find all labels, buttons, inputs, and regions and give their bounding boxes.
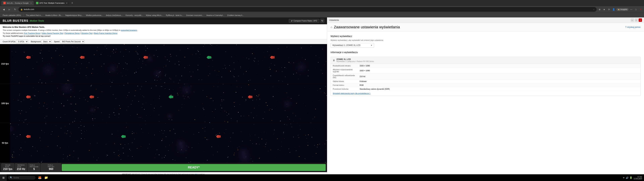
extra-test-0[interactable]: Eye Tracking Demo <box>24 32 40 34</box>
taskbar-search[interactable]: 🔍 <box>8 176 36 180</box>
extensions-button[interactable]: ⊕ <box>598 7 602 12</box>
taskbar-app-firefox[interactable]: 🦊 <box>37 175 43 181</box>
settings-home-icon[interactable]: ⌂ <box>330 26 332 29</box>
pixels-per-sec-chip: PixelsPer Sec 960 <box>41 164 61 172</box>
info-value-0: 1920 × 1080 <box>358 64 640 68</box>
taskbar-app-files[interactable]: 📁 <box>43 175 49 181</box>
supported-browsers-link[interactable]: supported browsers <box>121 29 137 31</box>
fps-scene-210 <box>10 44 327 84</box>
new-tab-button[interactable]: + <box>70 1 74 5</box>
bookmark-10[interactable]: Awaria w Czarnobyl... <box>205 14 226 16</box>
animation-canvas: 210 fps <box>0 44 327 163</box>
info-table: Rozdzielczość ekranu1920 × 1080Aktywne r… <box>331 64 640 91</box>
bookmark-11[interactable]: Zrobiłem barowy k... <box>226 14 245 16</box>
maximize-button[interactable]: □ <box>634 7 638 12</box>
background-select[interactable]: Stars <box>42 40 52 43</box>
info-table-row-2: Częstotliwość odświeżania (Hz)210 Hz <box>331 74 640 80</box>
start-button[interactable]: ⊞ <box>0 174 7 181</box>
taskbar-app-settings[interactable]: ⚙ <box>50 175 56 181</box>
section2-title: Informacje o wyświetlaczu <box>330 51 641 54</box>
bookmark-0[interactable]: Pasek zakładek (90%) <box>1 14 22 16</box>
forward-button[interactable]: ▶ <box>7 7 12 12</box>
extra-test-1[interactable]: Video Game Panning Test <box>42 32 63 34</box>
bookmark-1-label: The patient that m... <box>26 14 42 16</box>
account-button[interactable]: 👤 <box>612 7 616 12</box>
bb-content: Welcome to Blur Busters UFO Motion Tests… <box>0 24 327 181</box>
bookmark-5[interactable]: Jedyny (nie)luksus... <box>104 14 124 16</box>
bb-logo: BLUR BUSTERS Motion Tests <box>3 19 44 22</box>
bookmark-8[interactable]: Ryffline.pl - tanie lu... <box>164 14 184 16</box>
browser-chrome: test ufo – Szukaj w Google ✕ UFO Test: M… <box>0 0 644 18</box>
bb-status-bar: FrameRate 210 fps RefreshRate 210 Hz Pix… <box>0 163 327 172</box>
section1-title: Wybierz wyświetlacz <box>330 35 641 38</box>
firefox-icon: 🦊 <box>38 176 42 180</box>
fps-row-53: 53 fps <box>0 123 327 163</box>
count-select[interactable]: 3 UFOs <box>16 40 28 43</box>
ready-button[interactable]: READY* <box>62 164 326 171</box>
sync-button[interactable]: ⟳ <box>607 7 611 12</box>
address-text: testufo.com <box>24 8 592 10</box>
minimize-win-button[interactable]: — <box>630 18 634 22</box>
gear-icon: ⚙ <box>51 176 54 180</box>
display-dropdown[interactable]: Wyświetlacz 1: ZOWIE XL LCD ▼ <box>330 43 374 48</box>
tab-2[interactable]: UFO Test: Multiple Framerates ✕ <box>34 1 70 5</box>
tab-bar: test ufo – Szukaj w Google ✕ UFO Test: M… <box>0 0 644 6</box>
help-link[interactable]: ? Uzyskaj pomoc <box>625 26 641 28</box>
refresh-button[interactable]: ↻ <box>320 19 324 23</box>
extra-test-2[interactable]: Persistence Demo <box>64 32 80 34</box>
tab-2-close[interactable]: ✕ <box>66 2 68 4</box>
address-star[interactable]: ☆ <box>593 8 594 10</box>
info-table-row-1: Aktywne rozpoznawanie sygnału1920 × 1080 <box>331 68 640 74</box>
bb-logo-sub: Motion Tests <box>30 20 44 22</box>
taskbar-clock[interactable]: 17:42 13.08.2020 <box>634 176 642 180</box>
settings-pane: ⌂ Zaawansowane ustawienia wyświetlania ?… <box>327 23 644 181</box>
address-bar-row: ◀ ▶ ↻ 🔒 testufo.com ☆ ⊕ ★ ⟳ 👤 🕵 Incognit… <box>0 6 644 13</box>
spacecraft-2c <box>168 95 173 98</box>
tab-1[interactable]: test ufo – Szukaj w Google ✕ <box>1 1 34 5</box>
frame-rate-label: FrameRate <box>5 164 10 168</box>
minimize-button[interactable]: — <box>629 7 633 12</box>
spacecraft-1b <box>80 56 84 59</box>
maximize-win-button[interactable]: □ <box>634 18 638 22</box>
extra-test-4[interactable]: Black Frame Insertion Demo <box>94 32 117 34</box>
bookmarks-button[interactable]: ★ <box>602 7 606 12</box>
address-bar[interactable]: 🔒 testufo.com ☆ <box>18 7 596 12</box>
pixels-per-sec-label: PixelsPer Sec <box>48 164 54 168</box>
back-button[interactable]: ◀ <box>1 7 6 12</box>
taskbar-search-input[interactable] <box>14 177 34 179</box>
info-label-1: Aktywne rozpoznawanie sygnału <box>331 68 358 74</box>
info-label-3: Głębia bitowa <box>331 80 358 83</box>
bookmark-3[interactable]: Najpiekniejsze filmy... <box>64 14 84 16</box>
bookmark-1[interactable]: The patient that m... <box>24 14 44 16</box>
close-win-button[interactable]: ✕ <box>639 18 642 22</box>
battery-icon[interactable]: 🔋 <box>630 176 632 179</box>
bookmark-2[interactable]: Awake & Alive • 3b... <box>44 14 64 16</box>
monitor-icon: 🖥 <box>333 59 335 62</box>
info-card-header: 🖥 ZOWIE XL LCD Wyświetlacz 1 połączony z… <box>331 57 640 64</box>
compare-framerates-button[interactable]: ⇄ Compare Frame Rates: UFO <box>289 19 319 23</box>
pixels-per-frame-value: 5 <box>33 168 35 170</box>
info-value-5: Standardowy zakres dynamiki (SDR) <box>358 87 640 91</box>
reload-button[interactable]: ↻ <box>13 7 18 12</box>
info-title: Welcome to Blur Busters UFO Motion Tests… <box>3 26 324 29</box>
tab-1-close[interactable]: ✕ <box>30 2 32 4</box>
network-icon[interactable]: ⛛ <box>623 176 625 179</box>
close-button[interactable]: ✕ <box>639 7 643 12</box>
extra-test-3[interactable]: Ghosting Test <box>81 32 92 34</box>
spacecraft-3b <box>121 135 126 138</box>
try-tests-label: Try these additional tests: <box>3 32 24 34</box>
bookmark-9[interactable]: Gonciarz roszczeni... <box>185 14 205 16</box>
settings-header: ⌂ Zaawansowane ustawienia wyświetlania ?… <box>327 23 644 32</box>
monitor-subtitle: Wyświetlacz 1 połączony z Radeon RX 580 … <box>336 60 374 62</box>
bookmark-7[interactable]: Wykaz usług Micro... <box>144 14 164 16</box>
speed-select[interactable]: 960 Pixels Per Second <box>60 40 84 43</box>
tab-2-favicon <box>36 2 38 4</box>
bookmark-10-label: Awaria w Czarnobyl... <box>206 14 224 16</box>
bookmark-6[interactable]: Koncerty - wszystki... <box>124 14 144 16</box>
volume-icon[interactable]: 🔊 <box>626 176 628 179</box>
card-link[interactable]: Wyświetl właściwości karty dla wyświetla… <box>331 91 640 96</box>
monitor-name: ZOWIE XL LCD <box>336 58 374 60</box>
refresh-rate-label: RefreshRate <box>18 164 25 168</box>
bookmark-4[interactable]: Wielkie podsumow... <box>84 14 104 16</box>
settings-page-title: Zaawansowane ustawienia wyświetlania <box>334 25 400 29</box>
